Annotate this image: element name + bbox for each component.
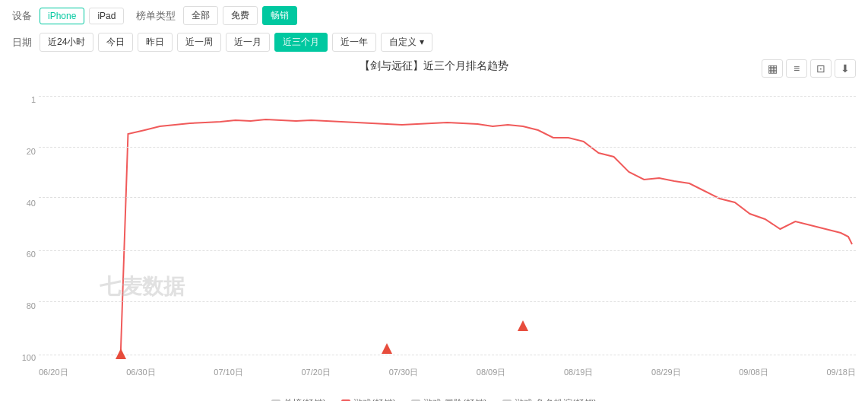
y-label-60: 60	[27, 250, 36, 259]
y-label-20: 20	[27, 148, 36, 156]
y-label-1: 1	[31, 96, 36, 104]
date-week-btn[interactable]: 近一周	[177, 33, 221, 52]
date-year-btn[interactable]: 近一年	[332, 33, 376, 52]
bar-chart-icon-btn[interactable]: ▦	[762, 59, 783, 78]
x-label-0908: 09/08日	[739, 367, 768, 378]
chart-type-all-btn[interactable]: 全部	[183, 6, 218, 25]
download-icon-btn[interactable]: ⬇	[835, 59, 856, 78]
plot-area: 七麦数据	[39, 96, 856, 362]
legend-rpg: 游戏-角色扮演(畅销)	[502, 397, 597, 401]
chart-title: 【剑与远征】近三个月排名趋势	[360, 59, 508, 72]
date-3months-btn[interactable]: 近三个月	[274, 33, 328, 52]
chart-type-label: 榜单类型	[136, 9, 176, 23]
date-24h-btn[interactable]: 近24小时	[40, 33, 93, 52]
device-iphone-btn[interactable]: iPhone	[40, 8, 84, 24]
line-chart-svg	[39, 96, 856, 362]
date-month-btn[interactable]: 近一月	[226, 33, 270, 52]
date-filter-row: 日期 近24小时 今日 昨日 近一周 近一月 近三个月 近一年 自定义 ▾	[12, 33, 856, 52]
grid-line-80	[39, 301, 856, 302]
x-label-0720: 07/20日	[301, 367, 331, 378]
y-label-80: 80	[27, 302, 36, 310]
grid-line-60	[39, 250, 856, 251]
x-label-0809: 08/09日	[477, 367, 506, 378]
legend-adventure: 游戏-冒险(畅销)	[411, 397, 487, 401]
legend-game: 游戏(畅销)	[341, 397, 396, 401]
legend-adventure-label: 游戏-冒险(畅销)	[423, 397, 487, 401]
legend-total-label: 总榜(畅销)	[284, 397, 326, 401]
date-today-btn[interactable]: 今日	[98, 33, 133, 52]
chart-type-free-btn[interactable]: 免费	[223, 6, 258, 25]
x-label-0630: 06/30日	[126, 367, 156, 378]
grid-line-1	[39, 96, 856, 97]
legend-rpg-label: 游戏-角色扮演(畅销)	[515, 397, 597, 401]
grid-line-40	[39, 197, 856, 198]
y-label-100: 100	[22, 354, 36, 362]
y-label-40: 40	[27, 199, 36, 208]
flag-0730[interactable]	[382, 343, 392, 354]
list-icon-btn[interactable]: ≡	[786, 59, 807, 78]
date-yesterday-btn[interactable]: 昨日	[138, 33, 173, 52]
legend: 总榜(畅销) 游戏(畅销) 游戏-冒险(畅销) 游戏-角色扮演(畅销)	[12, 397, 856, 401]
device-filter-row: 设备 iPhone iPad 榜单类型 全部 免费 畅销	[12, 6, 856, 25]
legend-total: 总榜(畅销)	[271, 397, 326, 401]
date-custom-btn[interactable]: 自定义 ▾	[381, 33, 432, 52]
date-label: 日期	[12, 36, 32, 49]
y-axis: 1 20 40 60 80 100	[12, 96, 39, 362]
chart-type-bestseller-btn[interactable]: 畅销	[262, 6, 297, 25]
x-label-0829: 08/29日	[651, 367, 681, 378]
chart-wrapper: 【剑与远征】近三个月排名趋势 ▦ ≡ ⊡ ⬇ 1 20 40 60 80 100	[12, 59, 856, 401]
x-axis: 06/20日 06/30日 07/10日 07/20日 07/30日 08/09…	[39, 362, 856, 393]
game-bestseller-line	[121, 119, 853, 359]
device-label: 设备	[12, 9, 32, 23]
legend-game-label: 游戏(畅销)	[353, 397, 396, 401]
x-label-0710: 07/10日	[214, 367, 243, 378]
image-icon-btn[interactable]: ⊡	[810, 59, 832, 78]
grid-line-20	[39, 147, 856, 148]
flag-0630[interactable]	[116, 348, 126, 359]
chart-tools: ▦ ≡ ⊡ ⬇	[762, 59, 856, 78]
x-label-0620: 06/20日	[39, 367, 68, 378]
grid-line-100	[39, 355, 856, 355]
chart-area: 1 20 40 60 80 100 七麦数据	[12, 96, 856, 393]
x-label-0819: 08/19日	[564, 367, 594, 378]
device-ipad-btn[interactable]: iPad	[89, 8, 124, 24]
main-container: 设备 iPhone iPad 榜单类型 全部 免费 畅销 日期 近24小时 今日…	[0, 0, 868, 401]
flag-0815[interactable]	[518, 320, 528, 331]
x-label-0918: 09/18日	[826, 367, 856, 378]
x-label-0730: 07/30日	[389, 367, 419, 378]
